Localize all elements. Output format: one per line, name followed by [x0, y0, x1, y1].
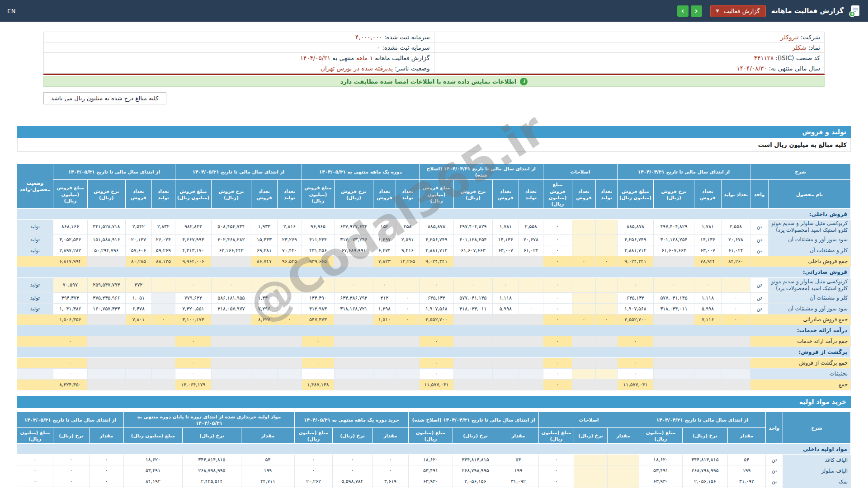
value-cell: ۰: [294, 455, 332, 465]
value-cell: [722, 368, 750, 379]
value-cell: ۰: [617, 368, 653, 379]
new-report-icon[interactable]: [849, 5, 861, 17]
column-header: نرخ (ریال): [182, 428, 241, 444]
raw-materials-section: خرید مواد اولیه شرحواحداز ابتدای سال مال…: [17, 396, 851, 488]
status-cell: تولید: [17, 245, 53, 256]
value-cell: ۱,۷۸۱: [694, 220, 722, 235]
value-cell: [574, 465, 608, 476]
column-header: مقدار: [498, 428, 538, 444]
report-type-dropdown[interactable]: گزارش فعالیت ▼: [710, 5, 766, 17]
value-cell: [334, 379, 373, 390]
column-group-header: از ابتدای سال مالی تا تاریخ ۱۴۰۴/۰۵/۳۱: [175, 164, 302, 180]
value-cell: ۹,۴۱۶: [396, 245, 419, 256]
column-header: نام محصول: [769, 180, 851, 209]
column-group-header: از ابتدای سال مالی تا تاریخ ۱۴۰۴/۰۴/۳۱: [639, 412, 766, 427]
value-cell: ۳۴۴,۸۱۴,۸۱۵: [182, 455, 241, 465]
column-header: نرخ (ریال): [453, 428, 498, 444]
row-label: جمع: [750, 379, 851, 390]
value-cell: [125, 336, 151, 347]
value-cell: [87, 256, 125, 267]
column-group-header: خرید دوره یک ماهه منتهی به ۱۴۰۴/۰۵/۳۱: [294, 412, 408, 427]
value-cell: [211, 336, 251, 347]
column-header: تعداد فروش: [694, 180, 722, 209]
value-cell: ۰: [53, 476, 89, 487]
status-cell: [17, 357, 53, 368]
value-cell: ۶۴۵,۱۳۲: [419, 292, 453, 303]
value-cell: ۲۷۲: [125, 277, 151, 292]
next-report-button[interactable]: ›: [691, 5, 702, 17]
value-cell: ۹,۰۲۴,۳۴۱: [617, 256, 653, 267]
column-header: نرخ فروش (ریال): [654, 180, 694, 209]
value-cell: [492, 336, 519, 347]
column-group-header: وضعیت محصول-واحد: [17, 164, 53, 209]
value-cell: [492, 379, 519, 390]
amounts-note-wrap: کلیه مبالغ درج شده به میلیون ریال می باش…: [43, 92, 825, 104]
info-table: شرکت: نیروکلرسرمایه ثبت شده: ۴,۰۰۰,۰۰۰نم…: [43, 32, 825, 74]
value-cell: [572, 336, 595, 347]
column-header: مبلغ (میلیون ریال): [408, 428, 453, 444]
value-cell: [334, 256, 373, 267]
column-group-header: واحد: [766, 412, 783, 444]
value-cell: ۶,۴۷۸: [125, 303, 151, 314]
value-cell: [519, 379, 543, 390]
value-cell: ۱,۰۵۱: [125, 292, 151, 303]
value-cell: [595, 220, 617, 235]
value-cell: ۰: [211, 277, 251, 292]
value-cell: [373, 368, 396, 379]
value-cell: ۱۵۱,۵۸۸,۹۱۶: [87, 234, 125, 245]
value-cell: ۱۸,۶۲۰: [123, 455, 182, 465]
data-row: کربوکسی متیل سلولز و سدیم مونو کلرو استی…: [17, 220, 850, 235]
value-cell: ۲۶,۰۲۴: [151, 234, 175, 245]
value-cell: [125, 368, 151, 379]
value-cell: ۴,۲۵۶,۷۴۹: [617, 234, 653, 245]
info-cell: کد صنعت (ISIC): ۴۴۱۱۲۸: [434, 53, 825, 63]
value-cell: ۰: [519, 303, 543, 314]
value-cell: [595, 292, 617, 303]
value-cell: [572, 234, 595, 245]
unit-cell: تن: [750, 245, 769, 256]
value-cell: ۵۴۷,۴۷۳: [302, 314, 334, 325]
value-cell: ۳۱۸,۰۳۴,۰۱۱: [654, 303, 694, 314]
language-toggle[interactable]: EN: [7, 8, 16, 14]
value-cell: ۳۰۲,۴۶۸,۲۸۲: [211, 234, 251, 245]
value-cell: [519, 256, 543, 267]
value-cell: ۶,۸۱۷,۹۹۴: [53, 256, 87, 267]
value-cell: [654, 336, 694, 347]
value-cell: ۷۰,۵۹۷: [53, 277, 87, 292]
value-cell: ۲,۸۳۲: [151, 220, 175, 235]
value-cell: ۰: [654, 277, 694, 292]
value-cell: ۲,۵۵۸: [722, 220, 750, 235]
value-cell: ۲۶۸,۷۹۸,۹۹۵: [683, 465, 728, 476]
value-cell: ۰: [53, 455, 89, 465]
value-cell: ۰: [277, 303, 302, 314]
value-cell: ۷۸,۹۲۴: [694, 256, 722, 267]
value-cell: ۰: [492, 277, 519, 292]
issuer-info: شرکت: نیروکلرسرمایه ثبت شده: ۴,۰۰۰,۰۰۰نم…: [43, 32, 825, 74]
value-cell: ۰: [419, 357, 453, 368]
prev-report-button[interactable]: ‹: [677, 5, 689, 17]
info-cell: گزارش فعالیت ماهانه ۱ ماهه منتهی به ۱۴۰۴…: [44, 53, 434, 63]
column-header: تعداد تولید: [595, 180, 617, 209]
production-sales-table: شرحاز ابتدای سال مالی تا تاریخ ۱۴۰۴/۰۴/۳…: [17, 164, 851, 390]
row-label: کربوکسی متیل سلولز و سدیم مونو کلرو استی…: [769, 277, 851, 292]
value-cell: [574, 476, 608, 487]
value-cell: ۸۴,۱۹۲: [123, 476, 182, 487]
value-cell: [572, 220, 595, 235]
value-cell: [572, 292, 595, 303]
value-cell: ۲۶۸,۷۹۸,۹۹۵: [453, 465, 498, 476]
value-cell: [87, 314, 125, 325]
value-cell: ۶۳۷,۹۲۷,۶۳۲: [334, 220, 373, 235]
value-cell: ۱,۵۰۶,۳۵۶: [53, 314, 87, 325]
info-cell: نماد: شکلر: [434, 42, 825, 53]
value-cell: ۹,۹۶۴,۰۰۶: [175, 256, 211, 267]
total-row: جمع فروش صادراتی۰۷,۱۱۶۲,۵۵۲,۷۰۰۰۰۰۲,۵۵۲,…: [17, 314, 850, 325]
value-cell: ۵۷۷,۰۴۱,۱۴۵: [654, 292, 694, 303]
status-cell: تولید: [17, 220, 53, 235]
column-group-header: شرح: [783, 412, 851, 444]
value-cell: ۱,۷۸۱: [492, 220, 519, 235]
value-cell: ۱۲,۲۶۵: [396, 256, 419, 267]
row-label: جمع فروش صادراتی: [750, 314, 851, 325]
value-cell: ۱,۵۱۰: [373, 314, 396, 325]
value-cell: [595, 379, 617, 390]
value-cell: ۰: [396, 314, 419, 325]
